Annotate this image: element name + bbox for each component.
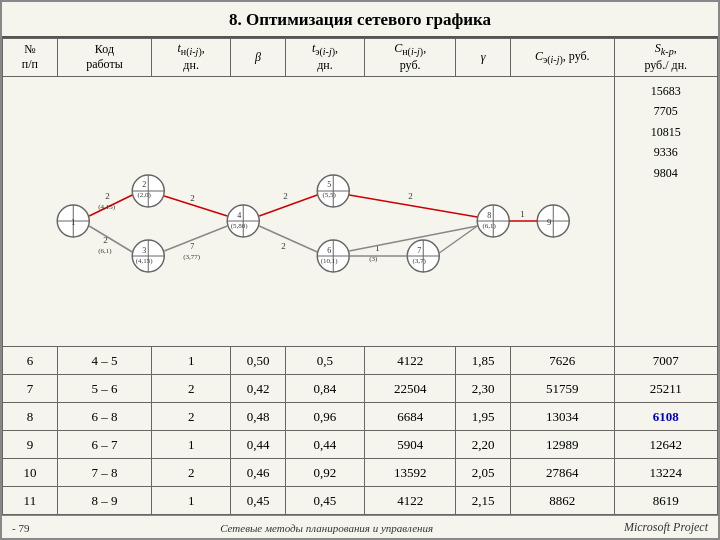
cell-sk: 7007 [614,347,718,375]
cell-te: 0,44 [285,431,364,459]
page-wrapper: 8. Оптимизация сетевого графика №п/п Код… [0,0,720,540]
cell-gamma: 2,05 [456,459,511,487]
svg-text:(5,80): (5,80) [231,222,249,230]
diagram-cell: 1 2 (2,0) 3 (4,15) [3,76,615,346]
header-sk: Sk-p,руб./ дн. [614,39,718,77]
cell-beta: 0,46 [231,459,286,487]
cell-tn: 1 [152,431,231,459]
cell-beta: 0,45 [231,487,286,515]
header-beta: β [231,39,286,77]
cell-gamma: 2,15 [456,487,511,515]
cell-cn: 13592 [365,459,456,487]
svg-text:4: 4 [237,211,241,220]
svg-text:1: 1 [520,209,525,219]
svg-text:(4,15): (4,15) [98,203,116,211]
header-ce: Cэ(i-j), руб. [511,39,614,77]
table-row: 96 – 710,440,4459042,201298912642 [3,431,718,459]
cell-beta: 0,50 [231,347,286,375]
cell-te: 0,45 [285,487,364,515]
svg-text:1: 1 [71,217,76,227]
svg-text:(5,5): (5,5) [323,191,337,199]
cell-ce: 27864 [511,459,614,487]
cell-tn: 1 [152,487,231,515]
cell-code: 6 – 7 [57,431,151,459]
svg-text:(10,1): (10,1) [321,257,339,265]
cell-gamma: 1,95 [456,403,511,431]
svg-text:(6,1): (6,1) [483,222,497,230]
table-row: 64 – 510,500,541221,8576267007 [3,347,718,375]
header-cn: Cн(i-j),руб. [365,39,456,77]
svg-text:(4,15): (4,15) [136,257,154,265]
cell-ce: 13034 [511,403,614,431]
header-gamma: γ [456,39,511,77]
svg-text:2: 2 [281,241,286,251]
cell-code: 8 – 9 [57,487,151,515]
cell-num: 9 [3,431,58,459]
cell-te: 0,96 [285,403,364,431]
cell-num: 8 [3,403,58,431]
svg-text:2: 2 [142,180,146,189]
cell-cn: 5904 [365,431,456,459]
cell-cn: 4122 [365,347,456,375]
cell-gamma: 2,30 [456,375,511,403]
cell-tn: 2 [152,459,231,487]
svg-text:8: 8 [487,211,491,220]
cell-code: 7 – 8 [57,459,151,487]
cell-sk: 13224 [614,459,718,487]
cell-gamma: 2,20 [456,431,511,459]
table-row: 118 – 910,450,4541222,1588628619 [3,487,718,515]
cell-ce: 8862 [511,487,614,515]
svg-text:(6,1): (6,1) [98,247,112,255]
svg-text:3: 3 [142,246,146,255]
svg-text:2: 2 [408,191,413,201]
cell-tn: 1 [152,347,231,375]
cell-gamma: 1,85 [456,347,511,375]
cell-tn: 2 [152,403,231,431]
cell-te: 0,5 [285,347,364,375]
svg-text:2: 2 [283,191,288,201]
cell-sk: 8619 [614,487,718,515]
footer-center: Сетевые методы планирования и управления [220,522,433,534]
cell-tn: 2 [152,375,231,403]
network-diagram: 1 2 (2,0) 3 (4,15) [3,141,614,281]
header-num: №п/п [3,39,58,77]
cell-beta: 0,44 [231,431,286,459]
cell-num: 11 [3,487,58,515]
footer-brand: Microsoft Project [624,520,708,535]
cell-num: 7 [3,375,58,403]
cell-ce: 12989 [511,431,614,459]
header-code: Кодработы [57,39,151,77]
svg-text:(3,77): (3,77) [183,253,201,261]
cell-beta: 0,48 [231,403,286,431]
cell-te: 0,84 [285,375,364,403]
header-te: tэ(i-j),дн. [285,39,364,77]
cell-cn: 6684 [365,403,456,431]
cell-ce: 51759 [511,375,614,403]
header-tn: tн(i-j),дн. [152,39,231,77]
cell-te: 0,92 [285,459,364,487]
footer-page: - 79 [12,522,29,534]
cell-num: 10 [3,459,58,487]
svg-text:2: 2 [105,191,110,201]
cell-cn: 4122 [365,487,456,515]
cell-code: 5 – 6 [57,375,151,403]
footer: - 79 Сетевые методы планирования и управ… [2,515,718,538]
diagram-sk-values: 15683 7705 10815 9336 9804 [614,76,718,346]
cell-code: 6 – 8 [57,403,151,431]
svg-text:6: 6 [327,246,331,255]
cell-cn: 22504 [365,375,456,403]
svg-text:(3): (3) [369,255,378,263]
svg-text:(2,0): (2,0) [138,191,152,199]
cell-beta: 0,42 [231,375,286,403]
header-row: №п/п Кодработы tн(i-j),дн. β tэ(i-j),дн.… [3,39,718,77]
cell-sk: 12642 [614,431,718,459]
diagram-row: 1 2 (2,0) 3 (4,15) [3,76,718,346]
cell-sk: 6108 [614,403,718,431]
svg-text:9: 9 [547,217,552,227]
cell-num: 6 [3,347,58,375]
svg-text:(3,7): (3,7) [413,257,427,265]
svg-text:7: 7 [190,242,194,251]
svg-text:2: 2 [190,193,195,203]
table-row: 107 – 820,460,92135922,052786413224 [3,459,718,487]
cell-ce: 7626 [511,347,614,375]
